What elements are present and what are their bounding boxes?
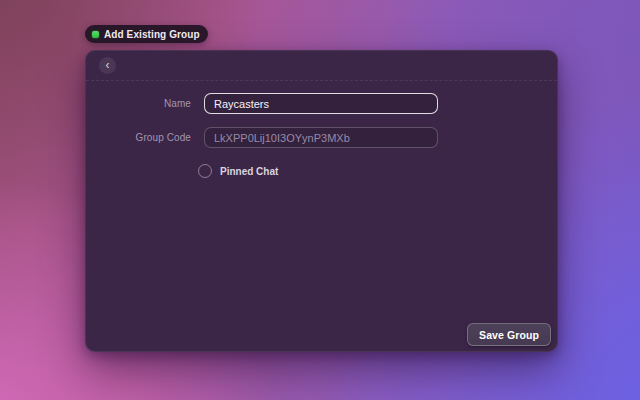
command-badge-label: Add Existing Group [104,29,200,40]
chevron-left-icon: ‹ [106,59,110,71]
pinned-chat-checkbox[interactable] [198,164,212,178]
group-code-field-label: Group Code [86,132,191,143]
save-group-button[interactable]: Save Group [467,323,551,346]
add-existing-group-window: ‹ Name Group Code Pinned Chat Save Group [85,50,558,352]
pinned-chat-label: Pinned Chat [220,166,278,177]
group-code-input[interactable] [204,127,438,148]
desktop-background: Add Existing Group ‹ Name Group Code Pin… [0,0,640,400]
window-header: ‹ [86,51,557,81]
name-input[interactable] [204,93,438,114]
save-group-button-label: Save Group [479,329,539,341]
group-form: Name Group Code Pinned Chat [86,80,557,178]
name-field-label: Name [86,98,191,109]
pinned-chat-row: Pinned Chat [198,164,557,178]
command-badge[interactable]: Add Existing Group [85,25,208,43]
back-button[interactable]: ‹ [99,57,116,74]
group-code-field-row: Group Code [86,127,557,148]
name-field-row: Name [86,93,557,114]
app-icon [92,31,99,38]
